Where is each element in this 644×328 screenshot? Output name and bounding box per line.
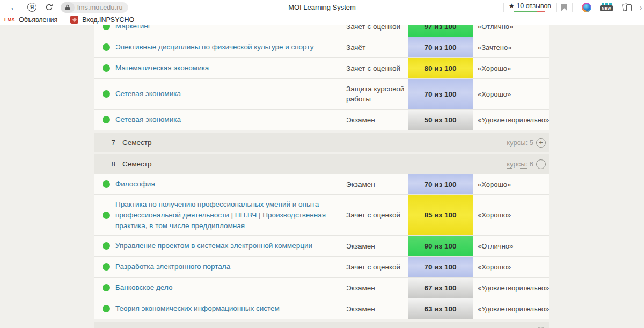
course-grade: «Удовлетворительно» [473,116,549,124]
new-feature-icon[interactable]: NEW [600,3,613,11]
course-type: Зачет с оценкой [346,262,408,272]
course-score: 70 из 100 [408,79,473,109]
back-button[interactable]: ← [10,3,19,12]
course-status-icon [103,180,110,188]
bookmark-inpsycho[interactable]: Вход.INPSYCHO [70,16,134,24]
course-score: 50 из 100 [408,110,473,130]
course-name-link[interactable]: Математическая экономика [115,64,209,72]
course-score: 85 из 100 [408,195,473,235]
course-name-link[interactable]: Сетевая экономика [115,115,181,123]
divider [556,3,557,12]
course-status-icon [103,212,110,219]
address-bar[interactable]: lms.moi.edu.ru [61,2,128,13]
course-row: Практика по получению профессиональных у… [94,195,549,236]
course-grade: «Зачтено» [473,43,549,52]
divider [503,3,504,12]
course-score: 70 из 100 [408,37,473,57]
clipped-row-wrapper: Маркетинг Зачет с оценкой 97 из 100 «Отл… [94,25,549,37]
course-row: Сетевая экономика Защита курсовой работы… [94,79,549,110]
semester-number: 7 [108,139,115,147]
course-type: Экзамен [346,179,408,189]
collections-icon[interactable] [623,3,633,12]
course-name-link[interactable]: Сетевая экономика [115,90,181,98]
course-name-link[interactable]: Теория экономических информационных сист… [115,304,280,312]
course-row: Элективные дисциплины по физической куль… [94,37,549,58]
course-score: 63 из 100 [408,298,473,319]
bookmark-announcements[interactable]: LMS Объявления [4,16,57,24]
grades-table: Маркетинг Зачет с оценкой 97 из 100 «Отл… [94,25,549,328]
course-score: 67 из 100 [408,278,473,298]
semester-number: 8 [108,160,115,168]
refresh-button[interactable] [45,3,53,11]
course-grade: «Хорошо» [473,180,549,188]
course-row: Теория экономических информационных сист… [94,298,549,319]
reviews-rating[interactable]: ★ 10 отзывов [509,2,551,12]
course-name-link[interactable]: Практика по получению профессиональных у… [115,200,326,230]
lock-icon[interactable] [61,2,75,13]
course-grade: «Хорошо» [473,90,549,98]
courses-count-link[interactable]: курсы: 6 [507,160,533,169]
overflow-chevron-icon[interactable]: › [640,3,644,12]
course-type: Экзамен [346,283,408,293]
course-name-link[interactable]: Управление проектом в системах электронн… [115,242,312,250]
browser-logo-icon[interactable] [582,3,591,12]
course-row: Философия Экзамен 70 из 100 «Хорошо» [94,174,549,195]
course-type: Экзамен [346,304,408,314]
course-row: Маркетинг Зачет с оценкой 97 из 100 «Отл… [94,25,549,37]
semester-label: Семестр [122,139,152,147]
course-status-icon [103,25,110,30]
course-grade: «Удовлетворительно» [473,284,549,292]
course-type: Защита курсовой работы [346,84,408,104]
course-type: Зачет с оценкой [346,210,408,220]
course-score: 90 из 100 [408,236,473,256]
bookmarks-bar: LMS Объявления Вход.INPSYCHO [0,14,644,25]
collapse-icon[interactable]: − [536,159,546,169]
star-icon: ★ [509,2,515,10]
semester-row: 8 Семестр курсы: 6 − [94,154,549,174]
course-name-link[interactable]: Разработка электронного портала [115,263,230,271]
course-type: Зачёт [346,42,408,53]
course-status-icon [103,90,110,98]
course-row: Сетевая экономика Экзамен 50 из 100 «Удо… [94,110,549,130]
course-row: Математическая экономика Зачет с оценкой… [94,58,549,79]
course-status-icon [103,43,110,51]
course-type: Зачет с оценкой [346,25,408,32]
course-score: 97 из 100 [408,25,473,37]
course-status-icon [103,242,110,250]
course-name-link[interactable]: Элективные дисциплины по физической куль… [115,43,313,51]
course-name-link[interactable]: Маркетинг [115,25,151,30]
course-score: 80 из 100 [408,58,473,78]
divider [572,3,573,12]
course-row: Банковское дело Экзамен 67 из 100 «Удовл… [94,278,549,298]
course-status-icon [103,116,110,123]
course-grade: «Отлично» [473,242,549,250]
courses-count-link[interactable]: курсы: 5 [507,139,533,147]
course-name-link[interactable]: Банковское дело [115,283,172,291]
semester-row: 7 Семестр курсы: 5 + [94,133,549,152]
course-grade: «Хорошо» [473,263,549,271]
semester-label: Семестр [122,160,152,168]
course-type: Экзамен [346,115,408,125]
course-score: 70 из 100 [408,257,473,277]
yandex-icon[interactable]: Я [27,3,36,12]
course-score: 70 из 100 [408,174,473,194]
course-row: Управление проектом в системах электронн… [94,236,549,257]
grades-page: Маркетинг Зачет с оценкой 97 из 100 «Отл… [0,25,644,328]
course-grade: «Хорошо» [473,211,549,219]
course-status-icon [103,305,110,312]
course-status-icon [103,284,110,291]
course-type: Экзамен [346,241,408,251]
refresh-icon [45,3,53,11]
course-grade: «Хорошо» [473,64,549,72]
course-type: Зачет с оценкой [346,63,408,74]
emblem-favicon [70,16,78,24]
course-grade: «Отлично» [473,25,549,31]
course-status-icon [103,263,110,271]
course-name-link[interactable]: Философия [115,180,155,188]
course-row: Разработка электронного портала Зачет с … [94,257,549,278]
course-status-icon [103,64,110,72]
expand-icon[interactable]: + [536,138,546,148]
reviews-count: 10 отзывов [516,2,551,10]
bookmark-flag-icon[interactable] [561,4,567,11]
semester-row: 9 Семестр (текущий) курсы: + [94,322,549,328]
